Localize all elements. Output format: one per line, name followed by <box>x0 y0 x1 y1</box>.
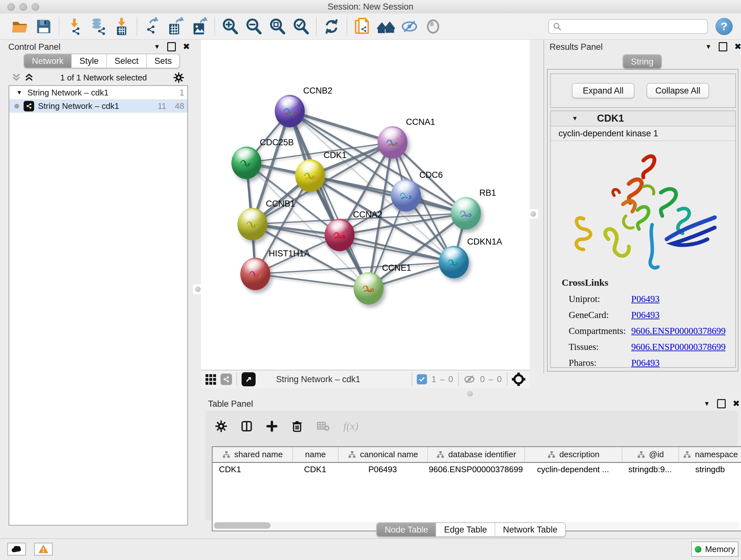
table-panel-float-icon[interactable] <box>717 399 726 408</box>
import-network-database-button[interactable] <box>86 16 110 37</box>
zoom-selected-button[interactable] <box>289 16 313 37</box>
export-table-button[interactable] <box>164 16 188 37</box>
expand-all-button[interactable]: Expand All <box>572 83 634 98</box>
control-panel-float-icon[interactable] <box>167 42 176 51</box>
tab-style[interactable]: Style <box>71 54 106 68</box>
control-panel-close-icon[interactable]: ✖ <box>183 43 190 51</box>
network-row[interactable]: String Network – cdk1 11 48 <box>9 99 187 113</box>
collapse-all-button[interactable]: Collapse All <box>647 83 709 98</box>
network-node-cdkn1a[interactable] <box>439 246 469 278</box>
tab-sets[interactable]: Sets <box>146 54 179 68</box>
detach-view-button[interactable] <box>242 372 256 386</box>
crosslink-value-link[interactable]: 9606.ENSP00000378699 <box>631 326 726 336</box>
network-node-cdc25b[interactable] <box>231 146 261 179</box>
tree-disclosure-icon[interactable]: ▼ <box>16 89 22 96</box>
tab-string[interactable]: String <box>623 55 661 68</box>
results-panel-close-icon[interactable]: ✖ <box>734 43 741 51</box>
add-column-icon[interactable] <box>266 421 278 432</box>
zoom-in-button[interactable] <box>218 16 242 37</box>
crosslink-value-link[interactable]: P06493 <box>631 310 660 320</box>
table-options-gear-icon[interactable] <box>215 420 227 432</box>
import-table-button[interactable] <box>110 16 133 37</box>
cell-database-identifier[interactable]: 9606.ENSP00000378699 <box>427 464 524 475</box>
right-splitter-handle[interactable] <box>529 209 538 219</box>
protein-ribbon-thumbnail-icon <box>246 265 265 284</box>
network-node-cdc6[interactable] <box>391 179 421 212</box>
tab-node-table[interactable]: Node Table <box>377 523 435 537</box>
cloud-status-button[interactable] <box>7 543 26 556</box>
column-header-shared-name[interactable]: shared name <box>212 447 292 462</box>
warnings-button[interactable] <box>34 543 53 556</box>
delete-table-icon <box>317 421 330 432</box>
cell-shared-name[interactable]: CDK1 <box>212 464 292 475</box>
control-panel-menu-caret-icon[interactable]: ▼ <box>154 43 160 51</box>
save-session-button[interactable] <box>32 16 56 37</box>
delete-column-trash-icon[interactable] <box>291 420 303 432</box>
expand-all-chevron-icon[interactable] <box>24 73 34 82</box>
protein-card-header[interactable]: ▼ CDK1 <box>551 111 735 126</box>
selected-checkbox-icon[interactable] <box>417 374 427 384</box>
export-image-button[interactable] <box>188 16 211 37</box>
show-columns-icon[interactable] <box>241 420 253 432</box>
column-header-name[interactable]: name <box>292 447 338 462</box>
column-header-database-identifier[interactable]: database identifier <box>427 447 524 462</box>
network-collection-count: 1 <box>166 88 184 98</box>
cell-namespace[interactable]: stringdb <box>678 464 741 475</box>
zoom-fit-button[interactable] <box>266 16 289 37</box>
tab-edge-table[interactable]: Edge Table <box>435 523 495 537</box>
tab-select[interactable]: Select <box>106 54 146 68</box>
node-label-rb1: RB1 <box>479 188 496 198</box>
column-header-canonical-name[interactable]: canonical name <box>338 447 427 462</box>
cell-description[interactable]: cyclin-dependent ... <box>524 464 622 475</box>
new-network-from-selection-button[interactable] <box>350 16 374 37</box>
hide-selection-button[interactable] <box>398 16 421 37</box>
network-node-ccnb1[interactable] <box>238 208 267 240</box>
network-collection-row[interactable]: ▼ String Network – cdk1 1 <box>9 86 187 99</box>
apply-layout-button[interactable] <box>320 16 343 37</box>
network-node-cdk1[interactable] <box>295 159 325 192</box>
network-canvas[interactable]: CCNB2CCNA1CDC25BCDK1CDC6RB1CCNB1CCNA2CDK… <box>201 40 530 370</box>
expand-collapse-bar: Expand All Collapse All <box>550 73 736 108</box>
export-network-button[interactable] <box>140 16 164 37</box>
search-input[interactable] <box>548 19 708 34</box>
cell-name[interactable]: CDK1 <box>292 464 338 475</box>
birdseye-grid-icon[interactable] <box>205 374 216 385</box>
column-header-description[interactable]: description <box>524 447 622 462</box>
column-header-namespace[interactable]: namespace <box>678 447 741 462</box>
network-options-gear-icon[interactable] <box>173 72 184 83</box>
column-header-id[interactable]: @id <box>622 447 678 462</box>
cell-id[interactable]: stringdb:9... <box>622 464 678 475</box>
table-panel-menu-caret-icon[interactable]: ▼ <box>704 400 710 408</box>
tab-network-table[interactable]: Network Table <box>495 523 565 537</box>
protein-disclosure-icon[interactable]: ▼ <box>572 115 578 122</box>
crosslink-value-link[interactable]: P06493 <box>631 358 660 368</box>
memory-button[interactable]: Memory <box>691 542 738 557</box>
help-button[interactable]: ? <box>716 18 733 35</box>
crosslink-value-link[interactable]: P06493 <box>631 294 660 304</box>
crosshair-icon[interactable] <box>512 373 525 386</box>
results-panel-menu-caret-icon[interactable]: ▼ <box>705 43 712 51</box>
network-node-ccna2[interactable] <box>325 219 354 251</box>
network-node-ccne1[interactable] <box>354 272 384 305</box>
network-node-rb1[interactable] <box>451 197 481 230</box>
show-all-button[interactable] <box>421 16 445 37</box>
collapse-all-chevron-icon[interactable] <box>11 73 21 82</box>
import-network-file-button[interactable] <box>63 16 86 37</box>
table-panel-close-icon[interactable]: ✖ <box>733 399 740 408</box>
network-node-hist1h1a[interactable] <box>240 258 270 290</box>
network-node-ccnb2[interactable] <box>275 95 305 127</box>
tab-network[interactable]: Network <box>24 54 71 68</box>
horizontal-splitter-handle[interactable] <box>465 389 475 398</box>
table-row[interactable]: CDK1 CDK1 P06493 9606.ENSP00000378699 cy… <box>212 463 741 476</box>
first-neighbors-button[interactable] <box>374 16 398 37</box>
network-share-icon[interactable] <box>220 374 232 385</box>
zoom-out-button[interactable] <box>242 16 266 37</box>
open-session-button[interactable] <box>8 16 32 37</box>
network-collection-label: String Network – cdk1 <box>27 88 166 98</box>
network-node-ccna1[interactable] <box>378 126 408 159</box>
results-panel-float-icon[interactable] <box>719 42 727 51</box>
toolbar-separator <box>137 17 137 36</box>
table-container: f(x) shared name name canonical name <box>205 411 738 520</box>
cell-canonical-name[interactable]: P06493 <box>338 464 427 475</box>
crosslink-value-link[interactable]: 9606.ENSP00000378699 <box>631 341 726 352</box>
